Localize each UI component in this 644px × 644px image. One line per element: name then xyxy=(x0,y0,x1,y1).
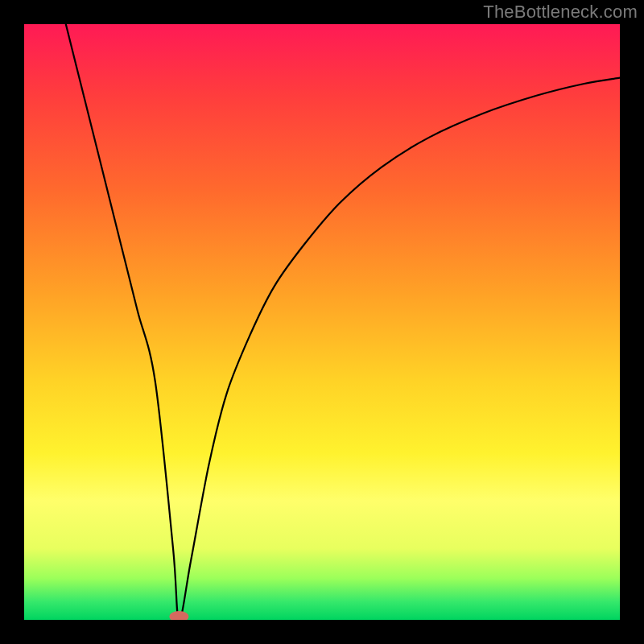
plot-area xyxy=(24,24,620,620)
bottleneck-curve xyxy=(66,24,620,620)
min-marker xyxy=(169,611,188,620)
curve-svg xyxy=(24,24,620,620)
chart-frame: TheBottleneck.com xyxy=(0,0,644,644)
watermark-text: TheBottleneck.com xyxy=(483,2,638,23)
